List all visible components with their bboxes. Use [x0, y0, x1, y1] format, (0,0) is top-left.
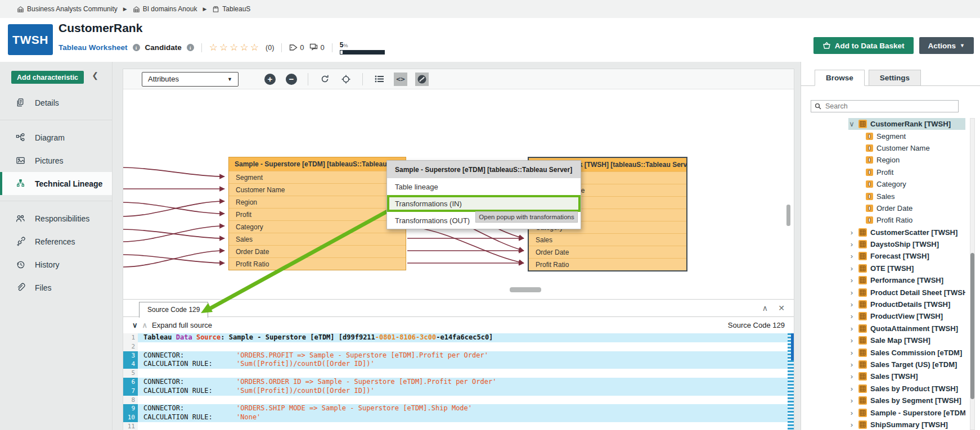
info-icon[interactable]: i	[133, 44, 140, 51]
sidebar-item-diagram[interactable]: Diagram	[0, 126, 112, 149]
code-scrollbar-thumb[interactable]	[791, 333, 794, 360]
search-input[interactable]	[824, 102, 955, 111]
expand-up-icon[interactable]: ∧	[142, 321, 148, 329]
expand-down-icon[interactable]: ∨	[132, 321, 138, 329]
code-view-button[interactable]: <>	[394, 73, 407, 86]
tree-item[interactable]: ›QuotaAttainment [TWSH]	[801, 323, 965, 334]
tree-item[interactable]: ›Forecast [TWSH]	[801, 250, 965, 262]
tree-item[interactable]: ›Sales by Segment [TWSH]	[801, 395, 965, 406]
tree-item[interactable]: ›CustomerScatter [TWSH]	[801, 227, 965, 238]
chevron-right-icon[interactable]: ›	[848, 324, 855, 333]
chevron-right-icon[interactable]: ›	[848, 240, 855, 248]
tree-item[interactable]: ›OTE [TWSH]	[801, 262, 965, 274]
fit-to-screen-button[interactable]	[339, 73, 353, 86]
tree-item[interactable]: ›Performance [TWSH]	[801, 274, 965, 286]
chevron-right-icon[interactable]: ›	[848, 300, 855, 309]
chevron-right-icon[interactable]: ›	[848, 348, 855, 357]
table-field-row[interactable]: Profit Ratio	[229, 257, 406, 270]
tree-scrollbar-thumb[interactable]	[970, 253, 974, 399]
contrast-toggle-button[interactable]	[415, 73, 429, 86]
breadcrumb-item[interactable]: TableauS	[212, 5, 250, 13]
chevron-right-icon[interactable]: ›	[848, 372, 855, 381]
panel-collapse-icon[interactable]: ∧	[762, 304, 768, 313]
table-field-row[interactable]: Profit Ratio	[529, 258, 686, 270]
table-field-row[interactable]: Segment	[229, 171, 406, 183]
chevron-right-icon[interactable]: ›	[848, 252, 855, 260]
chevron-right-icon[interactable]: ›	[848, 228, 855, 237]
asset-type-link[interactable]: Tableau Worksheet	[59, 43, 128, 52]
tree-item[interactable]: Category	[801, 178, 965, 190]
tree-item[interactable]: Region	[801, 154, 965, 166]
sidebar-item-history[interactable]: History	[0, 253, 112, 276]
info-icon[interactable]: i	[187, 44, 194, 51]
table-field-row[interactable]: Region	[229, 196, 406, 208]
tree-item[interactable]: ›Sample - Superstore [eTDM]	[801, 406, 965, 418]
tree-item[interactable]: ∨CustomerRank [TWSH]	[801, 118, 965, 130]
expand-full-source-label[interactable]: Expand full source	[152, 321, 212, 329]
tree-item[interactable]: Sales	[801, 190, 965, 202]
sidebar-item-pictures[interactable]: Pictures	[0, 149, 112, 172]
tab-settings[interactable]: Settings	[869, 70, 921, 86]
sidebar-item-files[interactable]: Files	[0, 276, 112, 299]
actions-button[interactable]: Actions▼	[919, 37, 974, 54]
chevron-right-icon[interactable]: ›	[848, 336, 855, 345]
sidebar-item-technical-lineage[interactable]: Technical Lineage	[0, 172, 112, 195]
sidebar-item-references[interactable]: References	[0, 230, 112, 253]
add-characteristic-button[interactable]: Add characteristic	[11, 71, 84, 84]
lineage-table-source[interactable]: Sample - Superstore [eTDM] [tableauS::Ta…	[228, 157, 406, 270]
tree-item[interactable]: Customer Name	[801, 142, 965, 154]
sidebar-item-details[interactable]: Details	[0, 91, 112, 114]
chevron-right-icon[interactable]: ›	[848, 420, 855, 429]
sidebar-item-responsibilities[interactable]: Responsibilities	[0, 207, 112, 230]
table-field-row[interactable]: Order Date	[229, 245, 406, 257]
table-field-row[interactable]: Order Date	[529, 246, 686, 258]
tree-item[interactable]: ›Sales Target (US) [eTDM]	[801, 359, 965, 370]
zoom-in-button[interactable]: +	[263, 73, 277, 86]
breadcrumb-item[interactable]: Business Analysts Community	[17, 5, 118, 13]
comments-count[interactable]: 0	[309, 43, 325, 52]
context-menu-item[interactable]: Transformations (IN)	[387, 195, 581, 212]
zoom-out-button[interactable]: −	[285, 73, 298, 86]
tree-item[interactable]: Profit Ratio	[801, 214, 965, 226]
table-field-row[interactable]: Sales	[529, 233, 686, 246]
context-menu-item[interactable]: Table lineage	[387, 178, 581, 195]
tree-item[interactable]: ›ProductDetails [TWSH]	[801, 298, 965, 310]
chevron-right-icon[interactable]: ›	[848, 360, 855, 369]
tree-item[interactable]: ›ShipSummary [TWSH]	[801, 419, 965, 430]
tree-item[interactable]: Segment	[801, 130, 965, 142]
tree-item[interactable]: ›Sales [TWSH]	[801, 370, 965, 382]
table-field-row[interactable]: Sales	[229, 233, 406, 245]
chevron-right-icon[interactable]: ›	[848, 276, 855, 284]
chevron-right-icon[interactable]: ›	[848, 409, 855, 417]
chevron-down-icon[interactable]: ∨	[848, 120, 855, 128]
tab-browse[interactable]: Browse	[815, 70, 865, 86]
add-to-data-basket-button[interactable]: Add to Data Basket	[813, 37, 914, 54]
tree-item[interactable]: ›Product Detail Sheet [TWSH]	[801, 286, 965, 298]
table-node-title[interactable]: Sample - Superstore [eTDM] [tableauS::Ta…	[229, 157, 406, 171]
table-field-row[interactable]: Profit	[229, 208, 406, 220]
chevron-right-icon[interactable]: ›	[848, 384, 855, 393]
tree-item[interactable]: ›Sales by Product [TWSH]	[801, 383, 965, 395]
view-mode-select[interactable]: Attributes ▼	[142, 72, 239, 87]
sidebar-collapse-icon[interactable]: ❮	[92, 71, 98, 80]
tree-item[interactable]: ›Sales Commission [eTDM]	[801, 346, 965, 358]
chevron-right-icon[interactable]: ›	[848, 288, 855, 297]
breadcrumb-item[interactable]: BI domains Anouk	[133, 5, 197, 13]
table-field-row[interactable]: Category	[229, 220, 406, 233]
source-code-tab[interactable]: Source Code 129	[139, 302, 208, 318]
chevron-right-icon[interactable]: ›	[848, 396, 855, 405]
panel-close-icon[interactable]: ✕	[778, 304, 785, 313]
chevron-right-icon[interactable]: ›	[848, 264, 855, 273]
tags-count[interactable]: 0	[289, 43, 304, 52]
table-field-row[interactable]: Customer Name	[229, 183, 406, 196]
tree-item[interactable]: ›DaystoShip [TWSH]	[801, 238, 965, 250]
canvas-drag-handle[interactable]	[510, 287, 541, 292]
rating-stars[interactable]: ☆☆☆☆☆	[209, 43, 260, 52]
tree-item[interactable]: ›Sale Map [TWSH]	[801, 334, 965, 346]
refresh-button[interactable]	[318, 73, 331, 86]
chevron-right-icon[interactable]: ›	[848, 312, 855, 320]
tree-item[interactable]: ›ProductView [TWSH]	[801, 310, 965, 322]
diagram-vertical-scrollbar[interactable]	[786, 205, 790, 226]
tree-item[interactable]: Order Date	[801, 202, 965, 214]
tree-item[interactable]: Profit	[801, 166, 965, 178]
